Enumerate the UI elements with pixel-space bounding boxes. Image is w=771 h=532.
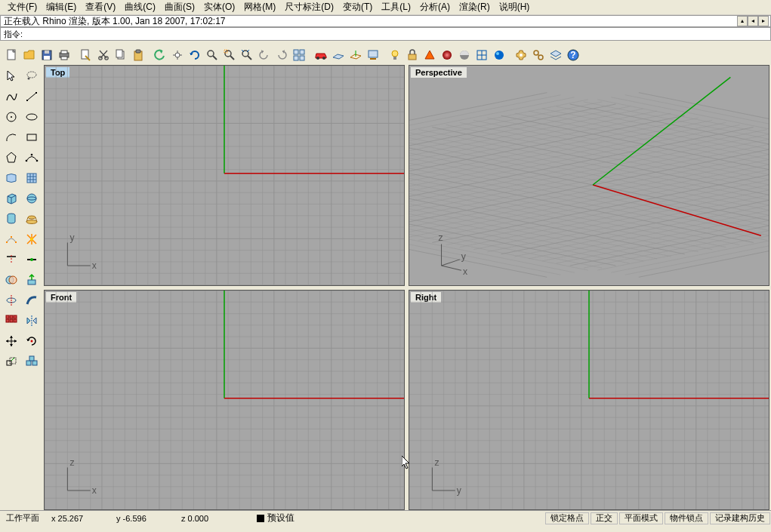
menu-item-0[interactable]: 文件(F): [3, 0, 42, 15]
lock-icon[interactable]: [403, 47, 421, 64]
boolean-icon[interactable]: [2, 270, 20, 289]
interp-icon[interactable]: [22, 148, 41, 167]
history-scroll[interactable]: ▴ ◂ ▸: [737, 16, 770, 26]
print-icon[interactable]: [55, 47, 72, 64]
status-pane-1[interactable]: 正交: [591, 512, 618, 524]
sphere-icon[interactable]: [22, 189, 41, 208]
undo-view-icon[interactable]: [255, 47, 273, 64]
viewport-right[interactable]: Rightzy: [409, 290, 769, 511]
save-icon[interactable]: [38, 47, 55, 64]
cylinder-icon[interactable]: [2, 209, 20, 228]
svg-text:z: z: [69, 457, 74, 468]
set-cplane-icon[interactable]: [347, 47, 364, 64]
menu-item-8[interactable]: 变动(T): [338, 0, 377, 15]
status-pane-4[interactable]: 记录建构历史: [710, 512, 770, 524]
ellipse-icon[interactable]: [22, 107, 41, 126]
rotate-obj-icon[interactable]: [22, 331, 41, 350]
edit-pts-icon[interactable]: [2, 229, 20, 248]
blocks-icon[interactable]: [22, 352, 41, 371]
rect-icon[interactable]: [22, 128, 41, 146]
status-pane-0[interactable]: 锁定格点: [545, 512, 589, 524]
box-icon[interactable]: [2, 189, 20, 208]
menu-item-1[interactable]: 编辑(E): [42, 0, 81, 15]
mesh-icon[interactable]: [22, 168, 41, 187]
open-icon[interactable]: [20, 47, 38, 64]
light-icon[interactable]: [386, 47, 403, 64]
sphere-render-icon[interactable]: [490, 47, 507, 64]
menu-item-7[interactable]: 尺寸标注(D): [280, 0, 338, 15]
copy-icon[interactable]: [112, 47, 129, 64]
menu-item-11[interactable]: 渲染(R): [455, 0, 495, 15]
named-view-icon[interactable]: [364, 47, 381, 64]
pan-icon[interactable]: [186, 47, 203, 64]
cone-icon[interactable]: [22, 209, 41, 228]
join-icon[interactable]: [22, 250, 41, 269]
render-icon[interactable]: [421, 47, 438, 64]
menu-item-12[interactable]: 说明(H): [495, 0, 535, 15]
move-icon[interactable]: [2, 331, 20, 350]
cplane-icon[interactable]: [329, 47, 347, 64]
sweep-icon[interactable]: [22, 291, 41, 309]
cut-icon[interactable]: [94, 47, 112, 64]
scroll-up-icon[interactable]: ▴: [737, 16, 748, 26]
new-icon[interactable]: [3, 47, 20, 64]
layers-icon[interactable]: [547, 47, 564, 64]
revolve-icon[interactable]: [2, 291, 20, 309]
menu-item-5[interactable]: 实体(O): [199, 0, 239, 15]
object-props-icon[interactable]: [529, 47, 547, 64]
polygon-icon[interactable]: [2, 148, 20, 167]
redo-view-icon[interactable]: [273, 47, 290, 64]
svg-point-56: [26, 220, 37, 223]
menu-item-10[interactable]: 分析(A): [415, 0, 455, 15]
wire-icon[interactable]: [473, 47, 490, 64]
mirror-icon[interactable]: [22, 311, 41, 330]
menu-item-2[interactable]: 查看(V): [81, 0, 120, 15]
command-input[interactable]: [23, 29, 767, 38]
doc-props-icon[interactable]: [77, 47, 94, 64]
undo-icon[interactable]: [151, 47, 168, 64]
shade-sel-icon[interactable]: [455, 47, 473, 64]
scroll-right-icon[interactable]: ▸: [758, 16, 769, 26]
car-icon[interactable]: [312, 47, 329, 64]
shade-icon[interactable]: [438, 47, 455, 64]
viewport-perspective[interactable]: Perspectivezyx: [409, 65, 769, 286]
circle-icon[interactable]: [2, 107, 20, 126]
menu-item-6[interactable]: 网格(M): [239, 0, 280, 15]
zoom-ext-icon[interactable]: [238, 47, 255, 64]
command-line[interactable]: 指令:: [0, 27, 771, 41]
array-icon[interactable]: [2, 311, 20, 330]
status-x: x 25.267: [45, 512, 110, 525]
paste-icon[interactable]: [129, 47, 146, 64]
trim-icon[interactable]: [2, 250, 20, 269]
menu-item-9[interactable]: 工具(L): [377, 0, 415, 15]
zoom-sel-icon[interactable]: [221, 47, 238, 64]
line-icon[interactable]: [22, 87, 41, 106]
redo-icon[interactable]: [168, 47, 186, 64]
arc-icon[interactable]: [2, 128, 20, 146]
status-pane-2[interactable]: 平面模式: [619, 512, 663, 524]
lasso-icon[interactable]: [22, 66, 41, 85]
command-history: 正在载入 Rhino 渲染, 版本 1.00, Jan 18 2007, 17:…: [0, 15, 771, 27]
scale-icon[interactable]: [2, 352, 20, 371]
surface-icon[interactable]: [2, 168, 20, 187]
extrude-icon[interactable]: [22, 270, 41, 289]
four-view-icon[interactable]: [290, 47, 307, 64]
svg-rect-3: [44, 56, 50, 60]
curve-icon[interactable]: [2, 87, 20, 106]
svg-rect-21: [294, 56, 298, 60]
pointer-icon[interactable]: [2, 66, 20, 85]
svg-point-72: [30, 340, 32, 342]
explode-icon[interactable]: [22, 229, 41, 248]
options-icon[interactable]: [512, 47, 529, 64]
svg-rect-75: [26, 361, 31, 365]
svg-rect-59: [15, 241, 17, 243]
viewport-front[interactable]: Frontzx: [44, 290, 405, 511]
viewport-top[interactable]: Topyx: [44, 65, 405, 286]
status-pane-3[interactable]: 物件锁点: [665, 512, 708, 524]
menu-item-4[interactable]: 曲面(S): [160, 0, 199, 15]
help-icon[interactable]: ?: [564, 47, 581, 64]
zoom-icon[interactable]: [203, 47, 221, 64]
scroll-left-icon[interactable]: ◂: [748, 16, 758, 26]
status-layer[interactable]: 预设值: [251, 512, 301, 525]
menu-item-3[interactable]: 曲线(C): [120, 0, 160, 15]
